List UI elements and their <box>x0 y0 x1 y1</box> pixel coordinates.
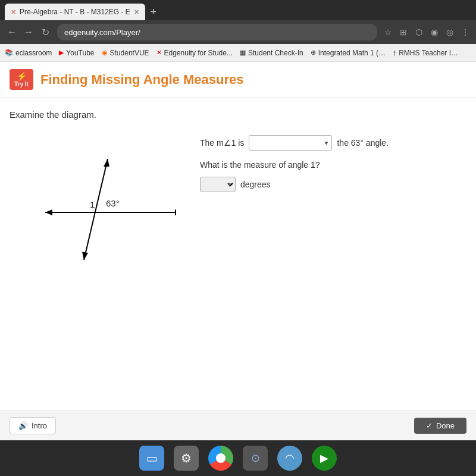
taskbar-files-icon[interactable]: ▭ <box>139 446 164 471</box>
browser-frame: ✕ Pre-Algebra - NT - B - M312EG - E ✕ + … <box>0 0 476 476</box>
intro-button-label: Intro <box>32 421 47 430</box>
speaker-icon: 🔊 <box>18 421 28 430</box>
try-it-label: Try It <box>14 81 29 87</box>
tab-close-button[interactable]: ✕ <box>134 8 139 16</box>
degrees-value-select[interactable]: 63 117 27 <box>200 177 236 192</box>
examine-text: Examine the diagram. <box>10 109 466 120</box>
svg-marker-4 <box>104 159 109 167</box>
back-button[interactable]: ← <box>5 25 19 39</box>
question-area: The m∠1 is equal to supplementary to com… <box>200 129 466 192</box>
angle-diagram: 1 63° <box>10 129 176 260</box>
angle-relationship-select[interactable]: equal to supplementary to complementary … <box>249 135 332 151</box>
studentvue-icon: ◉ <box>102 49 108 57</box>
bookmark-youtube-label: YouTube <box>66 49 94 57</box>
degrees-label: degrees <box>240 180 271 189</box>
intmath-icon: ⊕ <box>311 49 316 57</box>
bookmark-intmath-label: Integrated Math 1 (… <box>318 49 386 57</box>
degrees-row: 63 117 27 degrees <box>200 177 466 192</box>
edgenuity-icon: ✕ <box>156 49 162 57</box>
bookmark-studentvue[interactable]: ◉ StudentVUE <box>102 49 149 57</box>
bookmark-edgenuity[interactable]: ✕ Edgenuity for Stude... <box>156 49 233 57</box>
bookmark-classroom[interactable]: 📚 eclassroom <box>5 49 52 57</box>
content-area: ⚡ Try It Finding Missing Angle Measures … <box>0 62 476 440</box>
browser-action-icons: ☆ ⊞ ⬡ ◉ ◎ ⋮ <box>382 26 471 38</box>
chrome-center <box>216 453 226 463</box>
what-measure-text: What is the measure of angle 1? <box>200 160 466 170</box>
taskbar-settings-icon[interactable]: ⚙ <box>174 446 199 471</box>
taskbar-avatar-icon[interactable]: ◠ <box>277 446 302 471</box>
tab-bar: ✕ Pre-Algebra - NT - B - M312EG - E ✕ + <box>0 0 476 20</box>
svg-marker-5 <box>82 252 88 260</box>
menu-icon[interactable]: ⋮ <box>459 26 471 38</box>
taskbar-cast-icon[interactable]: ⊙ <box>243 446 268 471</box>
new-tab-button[interactable]: + <box>145 4 162 20</box>
done-button[interactable]: ✓ Done <box>414 418 466 434</box>
bookmark-youtube[interactable]: ▶ YouTube <box>59 49 94 57</box>
forward-button[interactable]: → <box>21 25 36 39</box>
page-footer: 🔊 Intro ✓ Done <box>0 411 476 440</box>
bookmark-studentvue-label: StudentVUE <box>110 49 149 57</box>
active-tab[interactable]: ✕ Pre-Algebra - NT - B - M312EG - E ✕ <box>5 4 145 20</box>
question-prefix: The m∠1 is <box>200 138 244 148</box>
address-bar: ← → ↻ ☆ ⊞ ⬡ ◉ ◎ ⋮ <box>0 20 476 44</box>
svg-marker-2 <box>175 209 176 215</box>
svg-text:1: 1 <box>90 199 95 209</box>
url-input[interactable] <box>57 24 377 40</box>
tab-label: Pre-Algebra - NT - B - M312EG - E <box>20 8 130 16</box>
bookmark-checkin-label: Student Check-In <box>248 49 303 57</box>
nav-buttons: ← → ↻ <box>5 25 52 39</box>
degrees-value-select-wrapper: 63 117 27 <box>200 177 236 192</box>
diagram-area: 1 63° <box>10 129 176 260</box>
reload-button[interactable]: ↻ <box>38 25 52 39</box>
done-button-label: Done <box>436 421 455 430</box>
bookmark-star-icon[interactable]: ☆ <box>382 26 394 38</box>
page-header: ⚡ Try It Finding Missing Angle Measures <box>0 62 476 98</box>
taskbar: ▭ ⚙ ⊙ ◠ ▶ <box>0 440 476 476</box>
svg-line-3 <box>84 159 108 260</box>
profile-icon[interactable]: ◎ <box>444 26 456 38</box>
main-content: Examine the diagram. <box>0 98 476 411</box>
bookmark-rmhs[interactable]: † RMHS Teacher I… <box>393 49 458 57</box>
checkin-icon: ▦ <box>240 49 246 57</box>
grid-icon[interactable]: ⊞ <box>397 26 409 38</box>
taskbar-play-icon[interactable]: ▶ <box>312 446 337 471</box>
svg-marker-1 <box>45 209 52 215</box>
page-title: Finding Missing Angle Measures <box>40 72 243 87</box>
angle-question-row: The m∠1 is equal to supplementary to com… <box>200 135 466 151</box>
intro-button[interactable]: 🔊 Intro <box>10 417 56 434</box>
try-it-badge: ⚡ Try It <box>10 69 33 90</box>
youtube-icon: ▶ <box>59 49 64 57</box>
bookmark-edgenuity-label: Edgenuity for Stude... <box>164 49 233 57</box>
rmhs-icon: † <box>393 49 396 57</box>
taskbar-chrome-icon[interactable] <box>208 446 233 471</box>
svg-text:63°: 63° <box>106 198 120 208</box>
tab-favicon: ✕ <box>11 8 16 16</box>
bookmark-intmath[interactable]: ⊕ Integrated Math 1 (… <box>311 49 386 57</box>
question-suffix: the 63° angle. <box>337 138 389 148</box>
classroom-icon: 📚 <box>5 49 13 57</box>
bookmark-classroom-label: eclassroom <box>15 49 52 57</box>
shield-icon[interactable]: ◉ <box>428 26 440 38</box>
lightning-icon: ⚡ <box>17 71 27 81</box>
bookmark-rmhs-label: RMHS Teacher I… <box>399 49 458 57</box>
bookmarks-bar: 📚 eclassroom ▶ YouTube ◉ StudentVUE ✕ Ed… <box>0 44 476 62</box>
angle-relationship-select-wrapper: equal to supplementary to complementary … <box>249 135 332 151</box>
content-row: 1 63° The m∠1 is equal to <box>10 129 466 260</box>
bookmark-checkin[interactable]: ▦ Student Check-In <box>240 49 303 57</box>
checkmark-icon: ✓ <box>426 421 433 430</box>
extension-icon[interactable]: ⬡ <box>413 26 425 38</box>
